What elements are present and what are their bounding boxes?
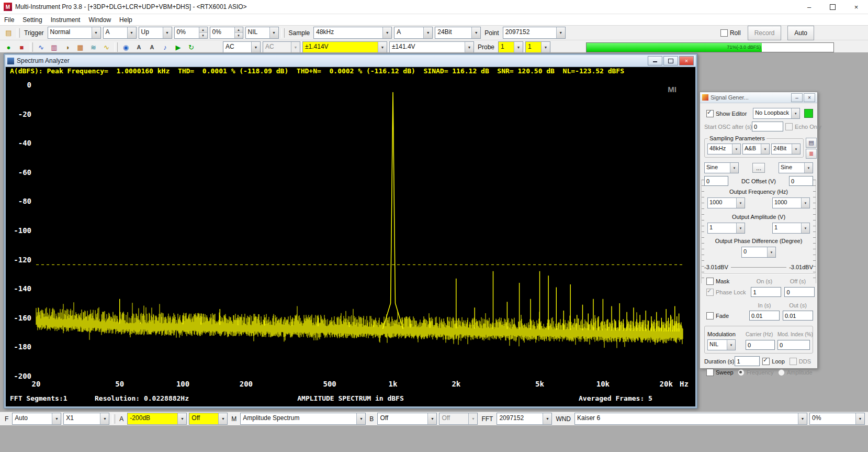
probe-b-select[interactable]: 1 (525, 41, 550, 53)
output-level-slider-b[interactable] (813, 180, 816, 283)
coupling-b-select[interactable]: AC (263, 41, 300, 53)
trigger-edge-select[interactable]: Up (139, 27, 172, 39)
sg-sample-rate-select[interactable]: 48kHz (707, 144, 741, 155)
menu-file[interactable]: File (0, 15, 18, 25)
mask-checkbox[interactable]: Mask (706, 278, 744, 285)
output-indicator[interactable] (804, 109, 813, 118)
dds-checkbox[interactable]: DDS (790, 358, 811, 365)
overlap-select[interactable]: 0% (809, 413, 865, 425)
minimize-button[interactable]: – (797, 0, 821, 14)
sample-channel-select[interactable]: A (394, 27, 433, 39)
trigger-mode-select[interactable]: Normal (48, 27, 101, 39)
mask-on-input[interactable] (751, 287, 781, 297)
minimize-button[interactable]: – (791, 93, 803, 102)
fade-checkbox[interactable]: Fade (706, 312, 744, 319)
waveform-a-select[interactable]: Sine (704, 162, 739, 173)
font-a-icon[interactable]: A (133, 41, 145, 53)
font-b-icon[interactable]: A (146, 41, 158, 53)
mask-off-input[interactable] (784, 287, 815, 297)
amplitude-b-select[interactable]: 1 (772, 223, 810, 234)
loopback-select[interactable]: No Loopback (753, 108, 800, 119)
echo-only-checkbox[interactable]: Echo Only (785, 123, 821, 130)
spectrum-chart[interactable]: 0-20-40-60-80-100-120-140-160-180-200205… (6, 78, 695, 394)
minimize-button[interactable] (648, 56, 662, 65)
multimeter-icon[interactable]: ◑ (61, 41, 73, 53)
start-osc-input[interactable] (752, 122, 783, 131)
sample-bits-select[interactable]: 24Bit (435, 27, 481, 39)
b-range-select[interactable]: Off (377, 413, 437, 425)
oscilloscope-icon[interactable]: ∿ (35, 41, 47, 53)
panel-setting-icon[interactable]: ▤ (3, 27, 15, 39)
trigger-level-spinner[interactable]: 0% (174, 27, 208, 39)
sample-rate-select[interactable]: 48kHz (313, 27, 392, 39)
sweep-amplitude-radio[interactable]: Amplitude (778, 369, 813, 376)
phase-lock-checkbox[interactable]: Phase Lock (706, 289, 746, 296)
dc-offset-a-input[interactable] (704, 176, 728, 186)
sync-icon[interactable]: ↻ (185, 41, 197, 53)
output-level-slider-a[interactable] (701, 180, 704, 283)
stop-icon[interactable]: ■ (16, 41, 28, 53)
a-range-select[interactable]: -200dB (127, 413, 187, 425)
globe-icon[interactable]: ◉ (120, 41, 132, 53)
menu-window[interactable]: Window (84, 15, 115, 25)
frequency-b-select[interactable]: 1000 (772, 197, 810, 208)
save-icon[interactable]: ▤ (806, 138, 817, 148)
maximize-button[interactable] (821, 0, 844, 14)
data-logger-icon[interactable]: ≋ (87, 41, 99, 53)
dc-offset-b-input[interactable] (789, 176, 813, 186)
spinner-arrows-icon[interactable] (234, 27, 243, 38)
run-icon[interactable]: ● (3, 41, 15, 53)
amplitude-a-select[interactable]: 1 (707, 223, 745, 234)
fft-size-select[interactable]: 2097152 (497, 413, 552, 425)
close-button[interactable]: × (844, 0, 868, 14)
spectrum-analyzer-icon[interactable]: ▥ (48, 41, 60, 53)
spinner-arrows-icon[interactable] (199, 27, 207, 38)
loop-checkbox[interactable]: Loop (762, 358, 784, 365)
mod-index-input[interactable] (777, 340, 810, 350)
spectrum-3d-plot-icon[interactable]: ▦ (74, 41, 86, 53)
zoom-select[interactable]: X1 (63, 413, 109, 425)
carrier-input[interactable] (746, 340, 775, 350)
speaker-icon[interactable]: ♪ (159, 41, 171, 53)
menu-help[interactable]: Help (115, 15, 137, 25)
waveform-b-select[interactable]: Sine (779, 162, 813, 173)
hpf-select[interactable]: NIL (245, 27, 279, 39)
sweep-checkbox[interactable]: Sweep (706, 369, 734, 376)
a-extra-select[interactable]: Off (189, 413, 228, 425)
modulation-type-select[interactable]: NIL (707, 339, 736, 350)
range-b-select[interactable]: ±141.4V (389, 41, 474, 53)
duration-input[interactable] (735, 356, 760, 366)
sweep-frequency-radio[interactable]: Frequency (738, 369, 774, 376)
waveform-more-button[interactable]: ... (752, 163, 765, 173)
probe-a-select[interactable]: 1 (498, 41, 523, 53)
trigger-delay-spinner[interactable]: 0% (210, 27, 243, 39)
play-icon[interactable]: ▶ (172, 41, 184, 53)
frequency-a-select[interactable]: 1000 (707, 197, 745, 208)
signal-generator-icon[interactable]: ∿ (100, 41, 112, 53)
range-a-select[interactable]: ±1.414V (302, 41, 387, 53)
roll-checkbox[interactable]: Roll (720, 29, 741, 37)
fade-in-input[interactable] (749, 311, 780, 321)
point-select[interactable]: 2097152 (503, 27, 566, 39)
trigger-source-select[interactable]: A (103, 27, 137, 39)
close-button[interactable]: × (679, 56, 694, 65)
fade-out-input[interactable] (783, 311, 813, 321)
io-config-icon[interactable]: ≣ (806, 149, 817, 159)
window-function-select[interactable]: Kaiser 6 (574, 413, 807, 425)
b-extra-select[interactable]: Off (439, 413, 478, 425)
record-button[interactable]: Record (748, 26, 782, 40)
phase-difference-select[interactable]: 0 (741, 247, 776, 258)
coupling-a-select[interactable]: AC (223, 41, 261, 53)
menu-setting[interactable]: Setting (18, 15, 46, 25)
sg-channels-select[interactable]: A&B (742, 144, 770, 155)
restore-button[interactable] (663, 56, 678, 65)
menu-instrument[interactable]: Instrument (47, 15, 85, 25)
show-editor-checkbox[interactable]: Show Editor (706, 110, 747, 117)
sg-bits-select[interactable]: 24Bit (771, 144, 801, 155)
frequency-range-select[interactable]: Auto (12, 413, 61, 425)
close-button[interactable]: × (804, 93, 815, 102)
signal-generator-titlebar[interactable]: Signal Gener... – × (700, 92, 817, 103)
auto-button[interactable]: Auto (787, 26, 814, 40)
spectrum-window-titlebar[interactable]: Spectrum Analyzer × (5, 55, 696, 67)
math-mode-select[interactable]: Amplitude Spectrum (240, 413, 366, 425)
